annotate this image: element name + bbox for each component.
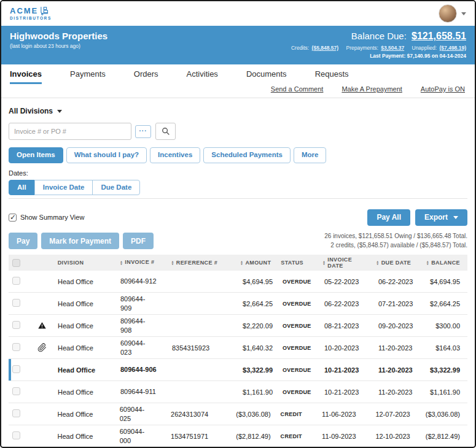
- row-checkbox[interactable]: [12, 387, 20, 395]
- sort-icon[interactable]: ▲▼: [322, 260, 326, 265]
- totals-line2: 2 credits, ($5,848.57) available / ($5,8…: [324, 241, 467, 250]
- pay-button[interactable]: Pay: [9, 233, 37, 249]
- view-tab-open-items[interactable]: Open Items: [9, 147, 63, 163]
- brand-subtitle: DISTRIBUTORS: [10, 17, 52, 21]
- tab-orders[interactable]: Orders: [134, 69, 158, 84]
- view-tab-more[interactable]: More: [294, 147, 326, 163]
- date-tab-invoice-date[interactable]: Invoice Date: [34, 180, 93, 196]
- balance-due-label: Balance Due:: [351, 31, 407, 41]
- tab-requests[interactable]: Requests: [315, 69, 349, 84]
- date-tab-all[interactable]: All: [9, 180, 35, 196]
- sort-icon[interactable]: ▲▼: [171, 260, 174, 265]
- invoice-number-cell[interactable]: 609044- 025: [116, 404, 167, 424]
- last-payment-text: Last Payment: $7,140.95 on 04-14-2024: [291, 53, 466, 59]
- select-all-checkbox[interactable]: [12, 259, 20, 267]
- invoice-date-cell: 10-21-2023: [321, 365, 375, 375]
- unapplied-link[interactable]: ($7,498.19): [440, 45, 466, 51]
- search-row: ···: [9, 123, 467, 140]
- chevron-down-icon[interactable]: [461, 12, 466, 15]
- column-header-due_date[interactable]: ▲▼DUE DATE: [372, 260, 422, 266]
- invoice-date-cell: 11-09-2023: [318, 431, 372, 441]
- table-body: Head Office809644-912$4,694.95OVERDUE05-…: [9, 271, 467, 447]
- more-options-button[interactable]: ···: [135, 125, 151, 138]
- balance-due-link[interactable]: $121,658.51: [412, 31, 466, 41]
- view-tab-incentives[interactable]: Incentives: [150, 147, 200, 163]
- unapplied-label: Unapplied:: [412, 45, 437, 51]
- view-tab-what-should-i-pay[interactable]: What should I pay?: [66, 147, 147, 163]
- tab-invoices[interactable]: Invoices: [10, 69, 42, 84]
- row-checkbox[interactable]: [12, 277, 20, 285]
- sort-icon[interactable]: ▲▼: [376, 260, 379, 265]
- invoice-number-cell[interactable]: 609044- 023: [117, 338, 168, 358]
- avatar[interactable]: [439, 4, 457, 23]
- search-button[interactable]: [155, 123, 176, 140]
- row-checkbox[interactable]: [12, 321, 20, 329]
- export-button[interactable]: Export: [415, 209, 467, 226]
- invoice-number-cell[interactable]: 809644-911: [117, 386, 168, 397]
- status-badge: CREDIT: [277, 410, 318, 419]
- invoice-row[interactable]: Head Office809644-906$3,322.99OVERDUE10-…: [9, 359, 467, 381]
- link-make-a-prepayment[interactable]: Make A Prepayment: [341, 85, 402, 93]
- dates-label: Dates:: [9, 169, 467, 177]
- mark-for-payment-button[interactable]: Mark for Payment: [41, 233, 119, 249]
- brand-logo: ACME DISTRIBUTORS: [10, 6, 52, 21]
- view-tabs: Open ItemsWhat should I pay?IncentivesSc…: [9, 147, 467, 163]
- due-date-cell: 11-20-2023: [375, 343, 425, 353]
- reference-cell: [168, 303, 225, 305]
- invoice-row[interactable]: Head Office809644-911$1,161.90OVERDUE10-…: [9, 381, 467, 403]
- tab-payments[interactable]: Payments: [70, 69, 106, 84]
- link-autopay-is-on[interactable]: AutoPay is ON: [421, 85, 465, 93]
- invoice-date-cell: 06-22-2023: [321, 299, 375, 309]
- due-date-cell: 12-10-2023: [372, 431, 421, 441]
- search-input[interactable]: [9, 123, 131, 140]
- invoice-row[interactable]: Head Office809644- 908$2,220.09OVERDUE08…: [9, 315, 467, 337]
- column-header-invoice[interactable]: ▲▼INVOICE #: [116, 259, 167, 266]
- table-header-row: DIVISION▲▼INVOICE #▲▼REFERENCE #▲▼AMOUNT…: [9, 255, 467, 271]
- top-bar: ACME DISTRIBUTORS: [1, 1, 475, 26]
- column-header-balance[interactable]: ▲▼BALANCE: [423, 260, 467, 266]
- sort-icon[interactable]: ▲▼: [426, 260, 429, 265]
- prepayments-link[interactable]: $3,504.37: [381, 45, 404, 51]
- pay-all-button[interactable]: Pay All: [367, 209, 410, 226]
- summary-row: Show Summary View Pay All Export: [9, 209, 467, 226]
- divisions-dropdown[interactable]: All Divisions: [9, 106, 62, 117]
- invoice-date-cell: 05-22-2023: [321, 277, 375, 287]
- invoice-number-cell[interactable]: 809644-906: [117, 364, 168, 375]
- column-header-invoice_date[interactable]: ▲▼INVOICE DATE: [319, 257, 372, 269]
- sort-icon[interactable]: ▲▼: [120, 260, 123, 265]
- invoice-number-cell[interactable]: 809644- 909: [117, 293, 168, 314]
- invoice-row[interactable]: Head Office609044- 0001534751971($2,812.…: [9, 425, 467, 447]
- row-checkbox[interactable]: [12, 343, 20, 351]
- row-checkbox[interactable]: [12, 299, 20, 307]
- invoice-row[interactable]: Head Office609044- 0238354315923$1,640.3…: [9, 337, 467, 359]
- sort-icon[interactable]: ▲▼: [240, 260, 243, 265]
- reference-cell: [168, 391, 225, 393]
- invoice-number-cell[interactable]: 609044- 000: [116, 426, 167, 446]
- tab-activities[interactable]: Activities: [187, 69, 218, 84]
- invoice-row[interactable]: Head Office809644- 909$2,664.25OVERDUE06…: [9, 293, 467, 315]
- pdf-button[interactable]: PDF: [123, 233, 154, 249]
- show-summary-toggle[interactable]: Show Summary View: [9, 214, 84, 222]
- column-header-amount[interactable]: ▲▼AMOUNT: [224, 260, 277, 266]
- row-checkbox[interactable]: [12, 365, 20, 373]
- invoice-number-cell[interactable]: 809644-912: [117, 276, 168, 287]
- credits-link[interactable]: ($5,848.57): [312, 45, 338, 51]
- invoice-row[interactable]: Head Office609044- 0252624313074($3,036.…: [9, 403, 467, 425]
- division-cell: Head Office: [54, 365, 117, 375]
- summary-checkbox[interactable]: [9, 214, 17, 222]
- link-send-a-comment[interactable]: Send a Comment: [271, 85, 324, 93]
- tab-documents[interactable]: Documents: [246, 69, 287, 84]
- amount-cell: ($2,812.49): [223, 431, 276, 441]
- status-badge: OVERDUE: [279, 322, 321, 330]
- row-checkbox[interactable]: [12, 409, 20, 417]
- invoice-date-cell: 11-06-2023: [318, 409, 372, 419]
- row-checkbox[interactable]: [12, 431, 20, 439]
- user-menu[interactable]: [439, 4, 466, 23]
- invoice-number-cell[interactable]: 809644- 908: [117, 315, 168, 336]
- invoice-row[interactable]: Head Office809644-912$4,694.95OVERDUE05-…: [9, 271, 467, 293]
- division-cell: Head Office: [54, 277, 117, 287]
- summary-toggle-label: Show Summary View: [20, 214, 84, 221]
- view-tab-scheduled-payments[interactable]: Scheduled Payments: [203, 147, 291, 163]
- date-tab-due-date[interactable]: Due Date: [92, 180, 140, 196]
- column-header-reference[interactable]: ▲▼REFERENCE #: [167, 260, 223, 266]
